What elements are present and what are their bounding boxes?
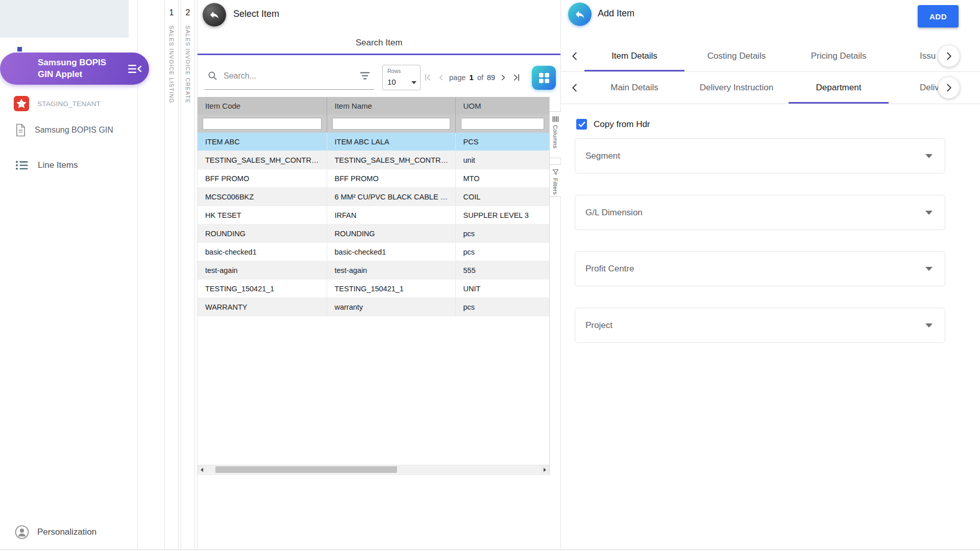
uom-cell[interactable]: COIL [455, 188, 549, 206]
item-code-cell[interactable]: MCSC006BKZ [198, 188, 327, 206]
menu-collapse-icon[interactable] [128, 63, 142, 74]
add-button[interactable]: ADD [918, 5, 959, 28]
tab-delivery[interactable]: Delive [890, 72, 978, 104]
tab-columns[interactable]: Columns [550, 111, 561, 158]
item-code-cell[interactable]: TESTING_150421_1 [198, 280, 327, 298]
first-page-icon[interactable] [423, 72, 433, 83]
table-row[interactable]: ITEM ABCITEM ABC LALAPCS [198, 133, 549, 151]
column-filter-input[interactable] [461, 118, 545, 130]
previous-page-icon[interactable] [436, 73, 446, 82]
column-header-item-code[interactable]: Item Code [198, 97, 327, 114]
uom-cell[interactable]: unit [455, 151, 549, 169]
tab-main-details[interactable]: Main Details [583, 72, 685, 104]
scrollbar-track[interactable] [206, 465, 541, 474]
dropdown-gl-dimension[interactable]: G/L Dimension [575, 195, 945, 230]
uom-cell[interactable]: 555 [455, 261, 549, 280]
app-row[interactable]: Samsung BOPIS GIN [15, 123, 113, 137]
column-filter-input[interactable] [203, 118, 322, 130]
item-code-cell[interactable]: HK TESET [198, 206, 327, 224]
last-page-icon[interactable] [511, 72, 522, 83]
item-name-cell[interactable]: warranty [327, 298, 455, 316]
uom-cell[interactable]: MTO [455, 169, 549, 188]
checkbox-checked-icon[interactable] [576, 119, 587, 130]
chevron-right-button[interactable] [938, 45, 960, 67]
tab-issue-details[interactable]: Issu [890, 41, 978, 71]
rows-per-page-selector[interactable]: Rows 10 [382, 65, 421, 90]
scroll-left-arrow[interactable] [198, 465, 206, 474]
personalization-button[interactable]: Personalization [15, 524, 96, 540]
workspace-tab-sales-invoice-create[interactable]: 2 SALES INVOICE CREATE [181, 0, 195, 549]
filter-list-icon[interactable] [360, 72, 370, 80]
chevron-left-icon[interactable] [569, 51, 580, 62]
tab-label: Main Details [610, 83, 658, 93]
table-row[interactable]: TESTING_SALES_MH_CONTRACTTESTING_SALES_M… [198, 151, 549, 169]
tab-search-item[interactable]: Search Item [198, 38, 560, 48]
tab-department[interactable]: Department [788, 72, 890, 104]
table-row[interactable]: WARRANTYwarrantypcs [198, 298, 549, 316]
scrollbar-thumb[interactable] [215, 466, 397, 473]
sidebar-item-line-items[interactable]: Line Items [15, 157, 78, 173]
table-row[interactable]: TESTING_150421_1TESTING_150421_1UNIT [198, 280, 549, 298]
search-input[interactable] [223, 71, 360, 81]
item-name-cell[interactable]: TESTING_150421_1 [327, 280, 455, 298]
grid-view-button[interactable] [532, 66, 556, 90]
item-name-cell[interactable]: TESTING_SALES_MH_CONTRACT [327, 151, 455, 169]
back-button[interactable] [568, 3, 592, 26]
item-table: Item Code Item Name UOM ITEM ABCITEM ABC… [198, 97, 549, 316]
column-header-uom[interactable]: UOM [455, 97, 549, 114]
dropdown-profit-centre[interactable]: Profit Centre [575, 251, 945, 286]
chevron-right-button[interactable] [938, 77, 960, 98]
dropdown-segment[interactable]: Segment [575, 138, 945, 173]
primary-tabs: Item Details Costing Details Pricing Det… [583, 41, 978, 71]
table-row[interactable]: basic-checked1basic-checked1pcs [198, 243, 549, 261]
tenant-row[interactable]: STAGING_TENANT [14, 95, 101, 112]
next-page-icon[interactable] [499, 73, 508, 82]
tab-costing-details[interactable]: Costing Details [685, 41, 788, 71]
table-row[interactable]: ROUNDINGROUNDINGpcs [198, 224, 549, 243]
scroll-right-arrow[interactable] [541, 465, 549, 474]
tab-item-details[interactable]: Item Details [583, 41, 685, 71]
search-box[interactable] [205, 62, 374, 90]
uom-cell[interactable]: SUPPLER LEVEL 3 [455, 206, 549, 224]
uom-cell[interactable]: pcs [455, 243, 549, 261]
item-name-cell[interactable]: BFF PROMO [327, 169, 455, 188]
item-code-cell[interactable]: TESTING_SALES_MH_CONTRACT [198, 151, 327, 169]
uom-cell[interactable]: UNIT [455, 280, 549, 298]
horizontal-scrollbar[interactable] [198, 465, 549, 474]
uom-cell[interactable]: PCS [455, 133, 549, 151]
back-arrow-icon [209, 9, 220, 20]
tab-pricing-details[interactable]: Pricing Details [788, 41, 890, 71]
item-code-cell[interactable]: WARRANTY [198, 298, 327, 316]
dropdown-project[interactable]: Project [575, 308, 945, 343]
sidebar: Samsung BOPIS GIN Applet STAGING_TENANT [0, 0, 138, 549]
item-code-cell[interactable]: test-again [198, 261, 327, 280]
column-header-item-name[interactable]: Item Name [327, 97, 455, 114]
item-name-cell[interactable]: basic-checked1 [327, 243, 455, 261]
tab-delivery-instruction[interactable]: Delivery Instruction [685, 72, 788, 104]
applet-switcher-button[interactable]: Samsung BOPIS GIN Applet [0, 53, 149, 85]
item-code-cell[interactable]: ROUNDING [198, 224, 327, 243]
table-row[interactable]: HK TESETIRFANSUPPLER LEVEL 3 [198, 206, 549, 224]
table-row[interactable]: test-againtest-again555 [198, 261, 549, 280]
item-name-cell[interactable]: ITEM ABC LALA [327, 133, 455, 151]
item-code-cell[interactable]: ITEM ABC [198, 133, 327, 151]
item-code-cell[interactable]: BFF PROMO [198, 169, 327, 188]
item-table-body: ITEM ABCITEM ABC LALAPCSTESTING_SALES_MH… [198, 133, 549, 316]
item-name-cell[interactable]: test-again [327, 261, 455, 280]
item-name-cell[interactable]: 6 MM² CU/PVC BLACK CABLE 1... [327, 188, 455, 206]
table-row[interactable]: BFF PROMOBFF PROMOMTO [198, 169, 549, 188]
tab-filters[interactable]: Filters [550, 164, 561, 197]
uom-cell[interactable]: pcs [455, 298, 549, 316]
item-name-cell[interactable]: IRFAN [327, 206, 455, 224]
back-button[interactable] [203, 3, 226, 27]
table-row[interactable]: MCSC006BKZ6 MM² CU/PVC BLACK CABLE 1...C… [198, 188, 549, 206]
uom-cell[interactable]: pcs [455, 224, 549, 243]
item-name-cell[interactable]: ROUNDING [327, 224, 455, 243]
copy-from-hdr-row[interactable]: Copy from Hdr [576, 119, 650, 130]
workspace-tab-sales-invoice-listing[interactable]: 1 SALES INVOICE LISTING [164, 0, 179, 549]
tenant-label: STAGING_TENANT [37, 100, 101, 108]
select-item-panel: Select Item Search Item Rows 10 [197, 0, 561, 549]
chevron-left-icon[interactable] [569, 82, 580, 93]
item-code-cell[interactable]: basic-checked1 [198, 243, 327, 261]
column-filter-input[interactable] [332, 118, 450, 130]
